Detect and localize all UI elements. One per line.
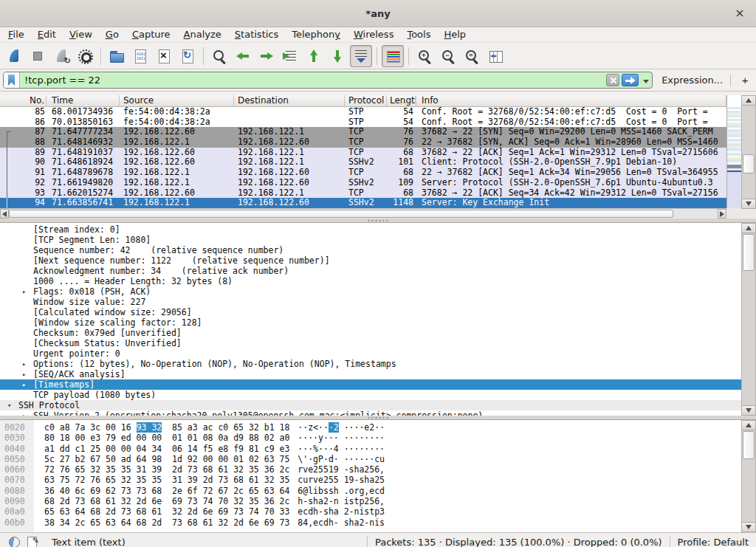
detail-row[interactable]: ▸ Flags: 0x018 (PSH, ACK)	[0, 286, 741, 297]
packet-row[interactable]: 88 71.648146932 192.168.122.1 192.168.12…	[0, 137, 726, 148]
hscroll-left-arrow[interactable]	[0, 209, 9, 219]
vscroll-up-arrow[interactable]	[741, 223, 756, 233]
detail-row[interactable]: Sequence number: 42 (relative sequence n…	[0, 245, 741, 255]
hex-row[interactable]: 0070 63 75 72 76 65 32 35 35 31 39 2d 73…	[0, 475, 741, 485]
capture-options-button[interactable]	[74, 45, 96, 67]
expander-icon[interactable]: ▸	[21, 371, 33, 378]
filter-bookmark-button[interactable]	[4, 72, 20, 88]
zoom-100-button[interactable]	[461, 45, 483, 67]
detail-row[interactable]: 1000 .... = Header Length: 32 bytes (8)	[0, 276, 741, 286]
vscroll-down-arrow[interactable]	[741, 522, 756, 532]
packet-row[interactable]: 92 71.661949820 192.168.122.1 192.168.12…	[0, 178, 726, 188]
hscroll-right-arrow[interactable]	[718, 209, 726, 219]
column-header-destination[interactable]: Destination	[234, 95, 345, 106]
expression-button[interactable]: Expression...	[662, 75, 723, 86]
hex-row[interactable]: 0090 68 2d 73 68 61 32 2d 6e 69 73 74 70…	[0, 496, 741, 506]
filter-clear-button[interactable]	[606, 74, 619, 86]
packet-row[interactable]: 89 71.648191037 192.168.122.60 192.168.1…	[0, 148, 726, 158]
detail-row[interactable]: [Calculated window size: 29056]	[0, 307, 741, 317]
detail-row[interactable]: ▸ [Timestamps]	[0, 379, 741, 390]
reload-capture-button[interactable]	[176, 45, 199, 67]
vscroll-thumb[interactable]	[743, 431, 755, 459]
packet-row[interactable]: 94 71.663856741 192.168.122.1 192.168.12…	[0, 198, 726, 208]
detail-row[interactable]: [Next sequence number: 1122 (relative se…	[0, 255, 741, 266]
vscroll-down-arrow[interactable]	[741, 199, 756, 209]
menu-view[interactable]: View	[63, 27, 99, 42]
details-hex-splitter[interactable]	[0, 416, 756, 419]
detail-row[interactable]: [Stream index: 0]	[0, 224, 741, 235]
find-packet-button[interactable]	[208, 45, 230, 67]
add-filter-button[interactable]: +	[738, 74, 752, 86]
go-last-packet-button[interactable]	[326, 45, 348, 67]
zoom-in-button[interactable]	[413, 45, 436, 67]
open-capture-button[interactable]	[106, 45, 128, 67]
packet-list-hscrollbar[interactable]	[0, 208, 726, 219]
filter-history-dropdown[interactable]	[642, 72, 652, 88]
display-filter-bar[interactable]	[3, 72, 653, 89]
hex-row[interactable]: 0050 5c 27 b2 67 50 ad 64 98 1d 92 00 00…	[0, 454, 741, 464]
detail-row[interactable]: Window size value: 227	[0, 297, 741, 307]
details-vscrollbar[interactable]	[741, 223, 756, 416]
detail-row[interactable]: ▸ Options: (12 bytes), No-Operation (NOP…	[0, 359, 741, 369]
capture-comment-button[interactable]	[27, 536, 38, 547]
packet-row[interactable]: 91 71.648789678 192.168.122.1 192.168.12…	[0, 168, 726, 178]
go-back-button[interactable]	[232, 45, 254, 67]
detail-row[interactable]: ▸ [SEQ/ACK analysis]	[0, 369, 741, 379]
detail-row[interactable]: Checksum: 0x79ed [unverified]	[0, 328, 741, 338]
stop-capture-button[interactable]	[27, 45, 49, 67]
close-button[interactable]: ×	[732, 6, 747, 20]
packet-row[interactable]: 85 68.001734936 fe:54:00:d4:38:2a STP 54…	[0, 107, 726, 117]
menu-file[interactable]: File	[1, 27, 31, 42]
resize-columns-button[interactable]	[484, 45, 506, 67]
start-capture-button[interactable]	[3, 45, 25, 67]
menu-wireless[interactable]: Wireless	[347, 27, 400, 42]
detail-row[interactable]: Urgent pointer: 0	[0, 348, 741, 359]
column-header-info[interactable]: Info	[416, 95, 726, 106]
hex-row[interactable]: 0040 a1 dd c1 25 00 00 04 34 06 14 f5 e8…	[0, 444, 741, 454]
hex-row[interactable]: 0020 c0 a8 7a 3c 00 16 93 32 85 a3 ac c0…	[0, 422, 741, 433]
menu-statistics[interactable]: Statistics	[228, 27, 285, 42]
vscroll-thumb[interactable]	[743, 234, 755, 271]
vscroll-up-arrow[interactable]	[741, 420, 756, 430]
menu-analyze[interactable]: Analyze	[177, 27, 228, 42]
packet-row[interactable]: 93 71.662015274 192.168.122.60 192.168.1…	[0, 188, 726, 199]
vscroll-track[interactable]	[741, 233, 756, 405]
detail-row[interactable]: ▸ SSH Version 2 (encryption:chacha20-pol…	[0, 410, 741, 416]
column-header-time[interactable]: Time	[47, 95, 120, 106]
detail-row[interactable]: Acknowledgment number: 34 (relative ack …	[0, 266, 741, 276]
hscroll-thumb[interactable]	[9, 210, 673, 218]
detail-row[interactable]: [TCP Segment Len: 1080]	[0, 235, 741, 245]
go-to-packet-button[interactable]	[279, 45, 301, 67]
colorize-toggle[interactable]	[382, 45, 404, 67]
vscroll-thumb[interactable]	[743, 154, 755, 173]
hscroll-track[interactable]	[673, 209, 718, 219]
menu-capture[interactable]: Capture	[126, 27, 177, 42]
menu-tools[interactable]: Tools	[400, 27, 437, 42]
filter-apply-button[interactable]	[622, 74, 639, 86]
go-first-packet-button[interactable]	[303, 45, 325, 67]
zoom-out-button[interactable]	[437, 45, 459, 67]
detail-row[interactable]: [Checksum Status: Unverified]	[0, 338, 741, 348]
hex-row[interactable]: 0060 72 76 65 32 35 35 31 39 2d 73 68 61…	[0, 464, 741, 475]
hex-row[interactable]: 0080 36 40 6c 69 62 73 73 68 2e 6f 72 67…	[0, 486, 741, 496]
close-capture-button[interactable]	[153, 45, 175, 67]
column-header-protocol[interactable]: Protocol	[345, 95, 387, 106]
intelligent-scrollbar-minimap[interactable]	[726, 95, 741, 208]
packet-row[interactable]: 87 71.647777234 192.168.122.60 192.168.1…	[0, 127, 726, 137]
detail-row[interactable]: ▾ SSH Protocol	[0, 400, 741, 410]
menu-edit[interactable]: Edit	[31, 27, 63, 42]
menu-help[interactable]: Help	[437, 27, 472, 42]
column-header-length[interactable]: Length	[387, 95, 416, 106]
expander-icon[interactable]: ▸	[21, 381, 33, 388]
vscroll-track[interactable]	[741, 106, 756, 199]
vscroll-track[interactable]	[741, 430, 756, 522]
expander-icon[interactable]: ▸	[21, 360, 33, 368]
vscroll-down-arrow[interactable]	[741, 405, 756, 416]
detail-row[interactable]: TCP payload (1080 bytes)	[0, 390, 741, 400]
column-header-source[interactable]: Source	[120, 95, 234, 106]
packet-row[interactable]: 86 70.013850163 fe:54:00:d4:38:2a STP 54…	[0, 117, 726, 128]
auto-scroll-toggle[interactable]	[350, 45, 372, 67]
go-forward-button[interactable]	[255, 45, 278, 67]
detail-row[interactable]: [Window size scaling factor: 128]	[0, 317, 741, 328]
hex-row[interactable]: 00a0 65 63 64 68 2d 73 68 61 32 2d 6e 69…	[0, 506, 741, 517]
